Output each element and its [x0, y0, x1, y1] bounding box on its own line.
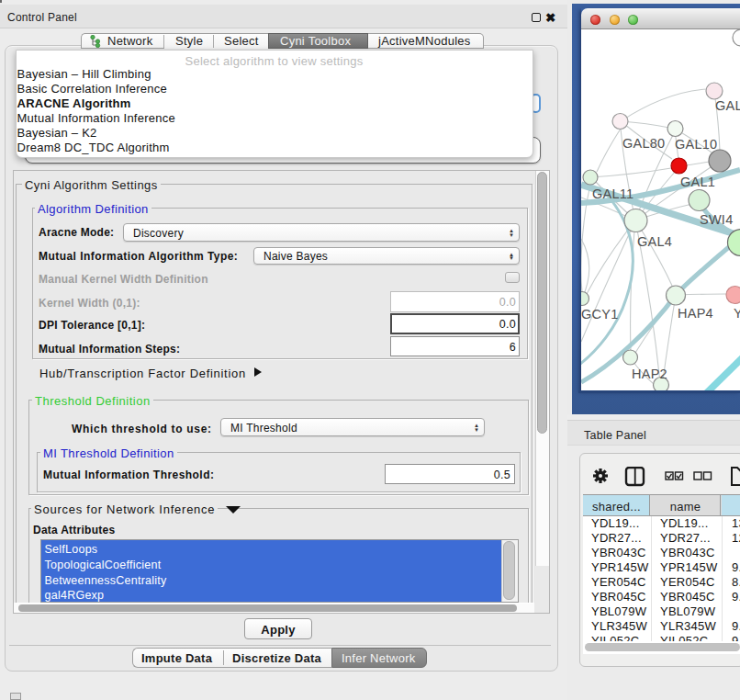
svg-text:HAP4: HAP4	[678, 306, 713, 321]
svg-text:GAL4: GAL4	[637, 234, 672, 249]
svg-text:GAL7: GAL7	[715, 98, 740, 113]
svg-text:YJL: YJL	[734, 306, 740, 321]
svg-text:GCY1: GCY1	[581, 307, 619, 322]
svg-text:GAL1: GAL1	[680, 175, 715, 189]
svg-text:HAP2: HAP2	[632, 367, 667, 381]
svg-text:GAL11: GAL11	[592, 186, 633, 201]
svg-text:GAL10: GAL10	[675, 137, 717, 152]
svg-text:SWI4: SWI4	[700, 212, 733, 227]
svg-text:GAL80: GAL80	[622, 136, 665, 151]
